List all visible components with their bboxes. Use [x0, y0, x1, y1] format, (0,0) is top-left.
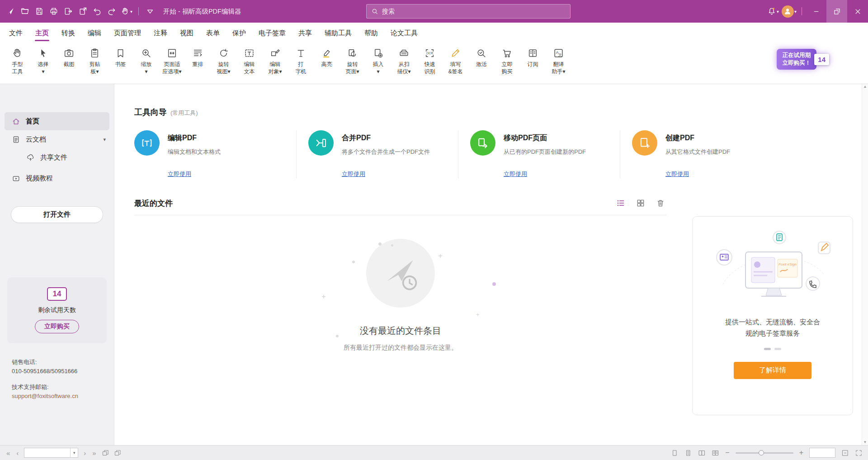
ribbon-tool-buy-now[interactable]: 立即购买	[495, 46, 519, 84]
list-view-button[interactable]	[616, 199, 625, 208]
facing-view-button[interactable]	[698, 449, 706, 457]
save-button[interactable]	[33, 4, 46, 19]
trash-icon[interactable]	[656, 199, 665, 208]
zoom-slider-thumb[interactable]	[759, 450, 764, 455]
menu-form[interactable]: 表单	[200, 23, 226, 43]
single-page-view-button[interactable]	[671, 449, 679, 457]
redo-button[interactable]	[105, 4, 118, 19]
menu-share[interactable]: 共享	[292, 23, 318, 43]
scroll-up-arrow[interactable]: ▲	[863, 85, 867, 89]
menu-accessibility[interactable]: 辅助工具	[318, 23, 358, 43]
use-now-link[interactable]: 立即使用	[168, 170, 191, 178]
last-page-button[interactable]: »	[91, 450, 97, 456]
first-page-button[interactable]: «	[5, 450, 11, 456]
print-button[interactable]	[47, 4, 61, 19]
minimize-button[interactable]	[806, 0, 826, 23]
restore-button[interactable]	[826, 0, 847, 23]
sidebar-item-shared-files[interactable]: 共享文件	[0, 148, 114, 166]
ribbon-tool-subscribe[interactable]: 订阅	[521, 46, 545, 84]
buy-now-button[interactable]: 立即购买	[35, 320, 79, 333]
menu-esign[interactable]: 电子签章	[252, 23, 292, 43]
continuous-view-button[interactable]	[684, 449, 692, 457]
export-icon[interactable]	[61, 4, 75, 19]
ribbon-tool-typewriter[interactable]: 打字机	[289, 46, 313, 84]
zoom-level-box[interactable]	[809, 448, 835, 458]
fullscreen-button[interactable]	[855, 449, 863, 457]
ribbon-tool-zoom[interactable]: 缩放▾	[134, 46, 158, 84]
ribbon-tool-highlight[interactable]: 高亮	[315, 46, 339, 84]
fit-page-button[interactable]	[841, 449, 849, 457]
ribbon-tool-rotate-view[interactable]: 旋转视图▾	[212, 46, 236, 84]
search-input[interactable]	[382, 8, 566, 15]
menu-view[interactable]: 视图	[174, 23, 200, 43]
ribbon-tool-edit-object[interactable]: 编辑对象▾	[263, 46, 287, 84]
support-email-link[interactable]: support@foxitsoftware.cn	[12, 392, 114, 401]
ribbon-tool-activate[interactable]: 激活	[469, 46, 493, 84]
grid-view-button[interactable]	[636, 199, 645, 208]
undo-button[interactable]	[90, 4, 104, 19]
notifications-bell-icon[interactable]: ▾	[766, 4, 780, 19]
scroll-down-arrow[interactable]: ▼	[863, 440, 867, 445]
ribbon-tool-from-scanner[interactable]: 从扫描仪▾	[392, 46, 416, 84]
tool-card-edit-pdf[interactable]: 编辑PDF 编辑文档和文本格式 立即使用	[134, 130, 296, 178]
tool-card-merge-pdf[interactable]: 合并PDF 将多个文件合并生成一个PDF文件 立即使用	[296, 130, 458, 178]
vertical-scrollbar[interactable]: ▲ ▼	[862, 84, 868, 445]
carousel-dot[interactable]	[774, 348, 781, 350]
sidebar-item-video-tutorials[interactable]: 视频教程	[0, 169, 114, 187]
menu-paper-tools[interactable]: 论文工具	[384, 23, 424, 43]
sidebar-item-cloud-docs[interactable]: 云文档 ▾	[0, 130, 114, 148]
prev-page-button[interactable]: ‹	[15, 450, 19, 456]
zoom-in-button[interactable]: +	[799, 449, 803, 456]
learn-more-button[interactable]: 了解详情	[734, 362, 811, 379]
user-avatar[interactable]: ▾	[780, 4, 798, 19]
ribbon-tool-snapshot[interactable]: 截图	[57, 46, 81, 84]
share-doc-icon[interactable]	[76, 4, 90, 19]
ribbon-tool-insert[interactable]: 插入▾	[366, 46, 390, 84]
quick-hand-tool-button[interactable]: ▾	[119, 4, 134, 19]
ribbon-tool-fit-options[interactable]: 页面适应选项▾	[160, 46, 184, 84]
carousel-dots[interactable]	[764, 348, 781, 350]
facing-continuous-view-button[interactable]	[712, 449, 719, 457]
carousel-dot-active[interactable]	[764, 348, 771, 350]
page-dropdown-caret[interactable]: ▾	[70, 448, 78, 457]
ribbon-tool-fill-sign[interactable]: 填写&签名	[443, 46, 467, 84]
chevron-down-icon[interactable]: ▾	[103, 137, 106, 142]
use-now-link[interactable]: 立即使用	[504, 170, 527, 178]
menu-help[interactable]: 帮助	[358, 23, 384, 43]
next-page-button[interactable]: ›	[83, 450, 87, 456]
ribbon-tool-quick-ocr[interactable]: OCR 快速识别	[418, 46, 442, 84]
close-button[interactable]	[847, 0, 868, 23]
zoom-out-button[interactable]: −	[725, 449, 729, 456]
copy-pages-icon[interactable]	[114, 449, 122, 457]
ribbon-tool-translate[interactable]: A文 翻译助手▾	[547, 46, 571, 84]
use-now-link[interactable]: 立即使用	[665, 170, 689, 178]
open-file-pill-button[interactable]: 打开文件	[11, 206, 103, 223]
use-now-link[interactable]: 立即使用	[342, 170, 365, 178]
menu-edit[interactable]: 编辑	[81, 23, 108, 43]
search-box[interactable]	[366, 4, 571, 19]
ribbon-tool-rotate-pages[interactable]: 旋转页面▾	[340, 46, 364, 84]
ribbon-tool-clipboard[interactable]: 剪贴板▾	[83, 46, 107, 84]
menu-comment[interactable]: 注释	[147, 23, 174, 43]
menu-page-manage[interactable]: 页面管理	[108, 23, 147, 43]
ribbon-mode-button[interactable]	[143, 4, 157, 19]
menu-home[interactable]: 主页	[29, 23, 55, 43]
snapshot-pages-icon[interactable]	[102, 449, 109, 457]
ribbon-tool-select[interactable]: 选择▾	[31, 46, 55, 84]
open-file-button[interactable]	[18, 4, 32, 19]
page-number-box[interactable]: ▾	[24, 448, 78, 458]
zoom-level-input[interactable]	[810, 448, 835, 457]
menu-protect[interactable]: 保护	[226, 23, 252, 43]
ribbon-tool-hand[interactable]: 手型工具	[5, 46, 29, 84]
trial-badge[interactable]: 正在试用期 立即购买！	[777, 49, 817, 70]
page-number-input[interactable]	[24, 450, 70, 456]
ribbon-tool-edit-text[interactable]: 编辑文本	[237, 46, 261, 84]
sidebar-item-home[interactable]: 首页	[5, 112, 109, 130]
ribbon-tool-bookmark[interactable]: 书签	[108, 46, 132, 84]
zoom-slider[interactable]	[736, 452, 793, 454]
tool-card-create-pdf[interactable]: 创建PDF 从其它格式文件创建PDF 立即使用	[620, 130, 782, 178]
trial-banner[interactable]: 正在试用期 立即购买！ 14	[777, 49, 829, 70]
tool-card-move-pages[interactable]: 移动PDF页面 从已有的PDF页面创建新的PDF 立即使用	[458, 130, 620, 178]
menu-file[interactable]: 文件	[3, 23, 29, 43]
menu-convert[interactable]: 转换	[55, 23, 81, 43]
